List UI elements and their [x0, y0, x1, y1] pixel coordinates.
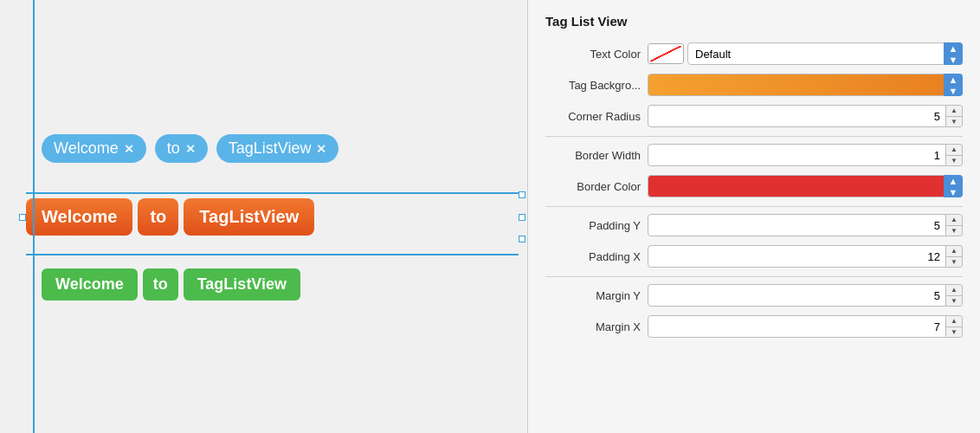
padding-y-up[interactable]: ▲ — [946, 215, 962, 226]
border-width-up[interactable]: ▲ — [946, 145, 962, 156]
corner-radius-number: ▲ ▼ — [648, 105, 963, 127]
padding-y-number: ▲ ▼ — [648, 214, 963, 236]
text-color-control: Default ▲ ▼ — [648, 42, 963, 65]
tag-label: Welcome — [55, 275, 124, 294]
padding-x-number: ▲ ▼ — [648, 245, 963, 268]
close-icon[interactable]: ✕ — [185, 142, 196, 156]
selection-line-bottom — [26, 254, 519, 255]
margin-y-stepper: ▲ ▼ — [946, 284, 963, 307]
divider-1 — [545, 136, 963, 137]
text-color-label: Text Color — [545, 48, 641, 61]
tag-label: to — [153, 275, 168, 294]
padding-x-down[interactable]: ▼ — [946, 257, 962, 268]
close-icon[interactable]: ✕ — [316, 142, 326, 156]
margin-x-up[interactable]: ▲ — [946, 316, 962, 327]
text-color-select[interactable]: Default — [687, 42, 963, 65]
tag-welcome-green[interactable]: Welcome — [42, 268, 138, 301]
tag-to-green[interactable]: to — [143, 268, 178, 301]
tag-welcome-orange[interactable]: Welcome — [26, 198, 132, 236]
border-color-bar[interactable] — [648, 175, 963, 197]
text-color-well-inner — [648, 44, 683, 63]
margin-y-row: Margin Y ▲ ▼ — [545, 284, 963, 307]
handle-top-right[interactable] — [519, 191, 525, 198]
tag-welcome-blue[interactable]: Welcome ✕ — [42, 134, 146, 163]
padding-y-input[interactable] — [648, 214, 946, 236]
padding-x-input[interactable] — [648, 245, 946, 268]
handle-bottom-right[interactable] — [519, 236, 525, 242]
corner-radius-row: Corner Radius ▲ ▼ — [545, 105, 963, 127]
margin-x-control: ▲ ▼ — [648, 315, 963, 338]
tag-label: TagListView — [197, 275, 287, 294]
corner-radius-control: ▲ ▼ — [648, 105, 963, 127]
margin-y-control: ▲ ▼ — [648, 284, 963, 307]
padding-y-stepper: ▲ ▼ — [946, 214, 963, 236]
margin-y-down[interactable]: ▼ — [946, 296, 962, 307]
panel-title: Tag List View — [545, 14, 963, 29]
tag-background-color-bar[interactable] — [648, 74, 963, 96]
tag-taglistview-blue[interactable]: TagListView ✕ — [216, 134, 339, 163]
corner-radius-label: Corner Radius — [545, 110, 641, 123]
border-width-input[interactable] — [648, 144, 946, 166]
border-color-select-wrapper: ▲ ▼ — [648, 175, 963, 197]
margin-y-up[interactable]: ▲ — [946, 285, 962, 296]
properties-panel: Tag List View Text Color Default ▲ ▼ Tag… — [528, 0, 980, 433]
text-color-select-wrapper: Default ▲ ▼ — [687, 42, 963, 65]
tag-to-blue[interactable]: to ✕ — [155, 134, 208, 163]
border-width-label: Border Width — [545, 149, 641, 162]
margin-x-number: ▲ ▼ — [648, 315, 963, 338]
margin-x-stepper: ▲ ▼ — [946, 315, 963, 338]
tags-row-orange-container: Welcome to TagListView — [26, 195, 519, 239]
handle-left[interactable] — [19, 214, 26, 221]
margin-y-input[interactable] — [648, 284, 946, 307]
margin-y-number: ▲ ▼ — [648, 284, 963, 307]
border-width-down[interactable]: ▼ — [946, 156, 962, 166]
margin-x-down[interactable]: ▼ — [946, 327, 962, 338]
tag-label: TagListView — [199, 207, 299, 227]
corner-radius-stepper: ▲ ▼ — [946, 105, 963, 127]
close-icon[interactable]: ✕ — [124, 142, 134, 156]
tag-to-orange[interactable]: to — [138, 198, 178, 236]
padding-x-stepper: ▲ ▼ — [946, 245, 963, 268]
handle-right[interactable] — [519, 214, 525, 221]
padding-y-label: Padding Y — [545, 219, 641, 232]
tag-background-control: ▲ ▼ — [648, 74, 963, 96]
border-color-control: ▲ ▼ — [648, 175, 963, 197]
border-width-row: Border Width ▲ ▼ — [545, 144, 963, 166]
tag-taglistview-green[interactable]: TagListView — [184, 268, 300, 301]
corner-radius-down[interactable]: ▼ — [946, 117, 962, 127]
padding-x-up[interactable]: ▲ — [946, 246, 962, 257]
tags-row-orange: Welcome to TagListView — [26, 195, 519, 239]
tag-label: TagListView — [229, 139, 312, 158]
left-guide-line — [33, 0, 35, 433]
padding-y-row: Padding Y ▲ ▼ — [545, 214, 963, 236]
text-color-row: Text Color Default ▲ ▼ — [545, 42, 963, 65]
divider-2 — [545, 206, 963, 207]
border-color-label: Border Color — [545, 180, 641, 193]
tags-row-blue: Welcome ✕ to ✕ TagListView ✕ — [42, 134, 338, 163]
tag-label: Welcome — [42, 207, 117, 227]
text-color-well[interactable] — [648, 43, 684, 64]
border-width-number: ▲ ▼ — [648, 144, 963, 166]
tag-label: to — [150, 207, 166, 227]
tag-background-label: Tag Backgro... — [545, 79, 641, 92]
tag-label: to — [167, 139, 180, 158]
tags-row-green: Welcome to TagListView — [42, 268, 300, 301]
margin-x-row: Margin X ▲ ▼ — [545, 315, 963, 338]
tag-label: Welcome — [54, 139, 119, 158]
margin-x-input[interactable] — [648, 315, 946, 338]
padding-y-control: ▲ ▼ — [648, 214, 963, 236]
padding-x-label: Padding X — [545, 250, 641, 263]
padding-y-down[interactable]: ▼ — [946, 226, 962, 236]
canvas-panel: Welcome ✕ to ✕ TagListView ✕ Welcome — [0, 0, 528, 433]
corner-radius-up[interactable]: ▲ — [946, 106, 962, 117]
tag-background-row: Tag Backgro... ▲ ▼ — [545, 74, 963, 96]
padding-x-control: ▲ ▼ — [648, 245, 963, 268]
corner-radius-input[interactable] — [648, 105, 946, 127]
divider-3 — [545, 276, 963, 277]
padding-x-row: Padding X ▲ ▼ — [545, 245, 963, 268]
tag-background-select-wrapper: ▲ ▼ — [648, 74, 963, 96]
selection-line-top — [26, 192, 519, 194]
border-width-control: ▲ ▼ — [648, 144, 963, 166]
margin-y-label: Margin Y — [545, 289, 641, 302]
tag-taglistview-orange[interactable]: TagListView — [184, 198, 314, 236]
